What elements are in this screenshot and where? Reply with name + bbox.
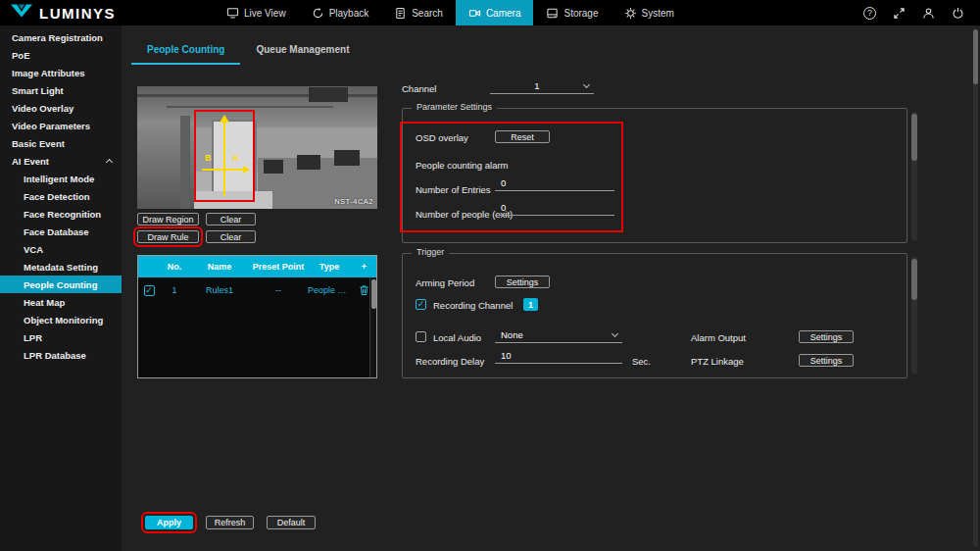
sidebar-item-label: Video Overlay	[12, 103, 74, 114]
alarm-output-settings-button[interactable]: Settings	[799, 330, 854, 343]
gear-icon	[624, 7, 637, 20]
brand-name: LUMINYS	[39, 5, 116, 22]
default-button[interactable]: Default	[267, 516, 316, 529]
nav-playback[interactable]: Playback	[299, 0, 382, 25]
sidebar-item-lpr[interactable]: LPR	[0, 328, 122, 346]
clear-region-button[interactable]: Clear	[206, 213, 256, 225]
local-audio-label: Local Audio	[433, 331, 481, 343]
channel-value: 1	[490, 80, 584, 91]
osd-overlay-label: OSD overlay	[416, 131, 468, 143]
sidebar-item-face-database[interactable]: Face Database	[0, 223, 122, 240]
sidebar-item-video-parameters[interactable]: Video Parameters	[0, 117, 122, 134]
main-scrollbar-thumb[interactable]	[973, 29, 978, 84]
people-counting-alarm-label: People counting alarm	[416, 159, 509, 171]
sidebar-item-label: Heat Map	[24, 297, 65, 308]
trigger-scrollbar-thumb[interactable]	[911, 259, 917, 300]
nav-label: Search	[412, 8, 443, 19]
sidebar-item-basic-event[interactable]: Basic Event	[0, 134, 122, 152]
apply-button[interactable]: Apply	[145, 516, 193, 529]
channel-dropdown[interactable]: 1	[490, 78, 594, 94]
search-doc-icon	[394, 7, 407, 20]
draw-region-button[interactable]: Draw Region	[137, 213, 199, 225]
preview-monitor	[264, 160, 283, 174]
reset-button[interactable]: Reset	[495, 130, 550, 143]
clear-rule-button[interactable]: Clear	[206, 230, 256, 243]
sidebar-item-label: Image Attributes	[12, 68, 85, 78]
main-content: People Counting Queue Management A B NST…	[122, 25, 980, 551]
sidebar-item-people-counting[interactable]: People Counting	[0, 276, 122, 293]
table-scrollbar[interactable]	[369, 277, 376, 377]
sidebar-item-face-recognition[interactable]: Face Recognition	[0, 205, 122, 223]
rule-arrow-right-icon	[243, 166, 250, 174]
tab-queue-management[interactable]: Queue Management	[240, 37, 365, 65]
tab-bar: People Counting Queue Management	[131, 37, 365, 65]
camera-preview-canvas[interactable]: A B NST-4CA2	[137, 86, 377, 209]
parameter-scrollbar-thumb[interactable]	[911, 114, 917, 161]
sidebar-item-image-attributes[interactable]: Image Attributes	[0, 64, 122, 81]
monitor-icon	[226, 7, 239, 20]
ptz-linkage-settings-button[interactable]: Settings	[799, 354, 854, 367]
tab-people-counting[interactable]: People Counting	[131, 37, 240, 65]
table-row[interactable]: 1 Rules1 -- People Cou...	[138, 277, 376, 303]
table-scrollbar-thumb[interactable]	[371, 279, 376, 309]
rule-line-horizontal	[202, 169, 245, 171]
luminys-logo-icon	[10, 3, 33, 23]
number-of-people-exit-input[interactable]: 0	[495, 201, 614, 216]
sidebar-item-poe[interactable]: PoE	[0, 46, 122, 64]
sidebar-item-label: Object Monitoring	[24, 315, 103, 326]
draw-rule-button[interactable]: Draw Rule	[137, 230, 199, 243]
parameter-scrollbar[interactable]	[911, 112, 917, 241]
sidebar-item-intelligent-mode[interactable]: Intelligent Mode	[0, 170, 122, 187]
preview-monitor	[334, 150, 360, 166]
sidebar-item-metadata-setting[interactable]: Metadata Setting	[0, 258, 122, 276]
sidebar-item-label: Video Parameters	[12, 121, 90, 131]
preview-floor	[194, 191, 272, 209]
recording-channel-label: Recording Channel	[433, 299, 513, 311]
sidebar-item-label: AI Event	[12, 156, 49, 167]
sidebar-item-heat-map[interactable]: Heat Map	[0, 293, 122, 311]
sidebar-item-label: Camera Registration	[12, 32, 103, 43]
sidebar-item-label: LPR Database	[24, 350, 86, 361]
user-icon[interactable]	[922, 7, 935, 20]
sidebar-item-lpr-database[interactable]: LPR Database	[0, 346, 122, 364]
fullscreen-icon[interactable]	[893, 7, 906, 20]
add-rule-button[interactable]: +	[352, 262, 376, 272]
sidebar-item-ai-event[interactable]: AI Event	[0, 152, 122, 170]
recording-delay-input[interactable]: 10	[495, 349, 622, 364]
sidebar-item-camera-registration[interactable]: Camera Registration	[0, 28, 122, 46]
number-of-entries-input[interactable]: 0	[495, 176, 614, 191]
row-checkbox[interactable]	[144, 285, 155, 296]
trigger-scrollbar[interactable]	[911, 257, 917, 375]
sidebar-item-vca[interactable]: VCA	[0, 240, 122, 258]
power-icon[interactable]	[952, 7, 964, 20]
sidebar-item-label: PoE	[12, 50, 29, 61]
rules-table-header: No. Name Preset Point Type +	[138, 256, 376, 277]
nav-camera[interactable]: Camera	[456, 0, 534, 25]
sidebar-item-face-detection[interactable]: Face Detection	[0, 187, 122, 205]
sidebar-item-smart-light[interactable]: Smart Light	[0, 81, 122, 99]
nav-search[interactable]: Search	[381, 0, 456, 25]
arming-period-settings-button[interactable]: Settings	[495, 276, 550, 288]
recording-channel-checkbox[interactable]	[416, 299, 426, 310]
rule-label-b: B	[205, 153, 212, 163]
nav-live-view[interactable]: Live View	[214, 0, 299, 25]
main-scrollbar[interactable]	[973, 29, 978, 547]
ptz-linkage-label: PTZ Linkage	[691, 355, 744, 367]
preview-ac-unit	[309, 87, 348, 102]
arming-period-label: Arming Period	[416, 276, 474, 288]
sidebar-item-label: Face Recognition	[24, 209, 101, 220]
preview-pillar	[180, 116, 190, 209]
sidebar-item-object-monitoring[interactable]: Object Monitoring	[0, 311, 122, 328]
header-preset-point: Preset Point	[250, 262, 307, 272]
help-icon[interactable]	[863, 7, 876, 20]
nav-label: Camera	[486, 8, 521, 19]
recording-channel-badge[interactable]: 1	[523, 298, 538, 311]
sidebar-item-video-overlay[interactable]: Video Overlay	[0, 99, 122, 117]
nav-storage[interactable]: Storage	[533, 0, 611, 25]
nav-system[interactable]: System	[612, 0, 687, 25]
local-audio-dropdown[interactable]: None	[495, 327, 622, 343]
local-audio-checkbox[interactable]	[416, 331, 426, 342]
rules-table: No. Name Preset Point Type + 1 Rules1 --…	[137, 255, 377, 378]
refresh-button[interactable]: Refresh	[206, 516, 254, 529]
row-name: Rules1	[189, 285, 250, 295]
